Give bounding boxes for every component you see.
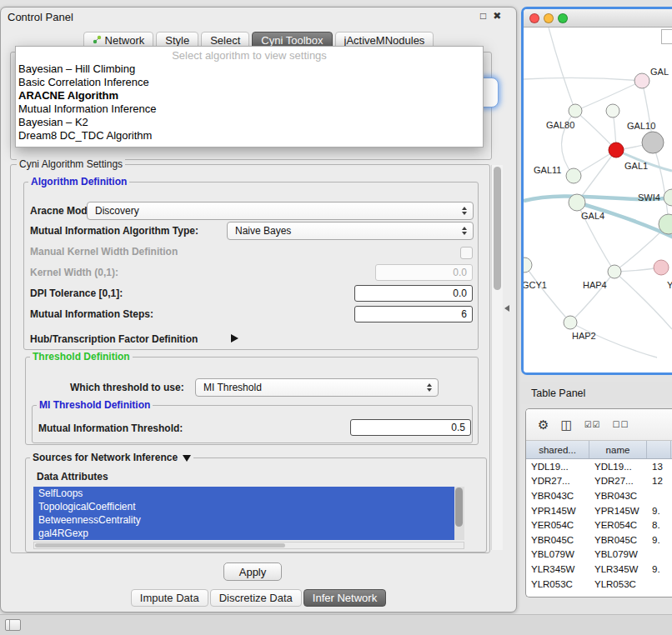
minimized-panel-icon[interactable]: [5, 619, 21, 631]
mi-threshold-field[interactable]: 0.5: [350, 419, 471, 436]
network-node-y-pink[interactable]: [654, 260, 669, 275]
tab-discretize-data[interactable]: Discretize Data: [210, 589, 302, 607]
tab-label: Infer Network: [313, 592, 377, 604]
tab-infer-network[interactable]: Infer Network: [303, 589, 386, 607]
cyni-settings-group-title: Cyni Algorithm Settings: [17, 158, 125, 170]
table-row[interactable]: YBR043CYBR043C: [526, 488, 672, 503]
network-window-titlebar[interactable]: [524, 9, 672, 28]
mi-threshold-label: Mutual Information Threshold:: [38, 422, 183, 434]
table-cell: YLR345W: [589, 564, 647, 574]
table-row[interactable]: YBL079WYBL079W: [526, 548, 672, 562]
tab-impute-data[interactable]: Impute Data: [131, 589, 208, 607]
algorithm-option-dream8-dc-tdc-algorithm[interactable]: Dream8 DC_TDC Algorithm: [16, 129, 483, 142]
tab-label: Impute Data: [140, 592, 199, 604]
tab-label: Network: [105, 34, 145, 47]
network-node-mid-low[interactable]: [608, 265, 621, 278]
attribute-item-betweennesscentrality[interactable]: BetweennessCentrality: [33, 513, 454, 527]
scrollbar-thumb[interactable]: [455, 488, 463, 527]
manual-kernel-width-checkbox[interactable]: [460, 247, 473, 259]
network-node-gal11[interactable]: [566, 168, 581, 183]
float-button[interactable]: □: [480, 10, 486, 22]
expand-arrow-icon[interactable]: [231, 334, 238, 342]
traffic-light-close[interactable]: [529, 13, 539, 23]
window-title: Control Panel: [8, 11, 73, 23]
network-edge: [653, 142, 669, 224]
table-cell: YPR145W: [589, 506, 647, 516]
network-window: GAL80GALGAL10GAL1GAL11SWI4GAL4GCY1HAP4YH…: [521, 7, 672, 375]
network-icon: [93, 34, 102, 47]
status-strip: [0, 614, 672, 635]
sources-section-title[interactable]: Sources for Network Inference: [30, 452, 193, 463]
network-node-hap2[interactable]: [564, 316, 577, 329]
panel-splitter-arrow-icon[interactable]: [504, 305, 509, 312]
network-node-gal1[interactable]: [609, 142, 624, 158]
mi-steps-field[interactable]: 6: [354, 306, 473, 322]
algorithm-option-mutual-information-inference[interactable]: Mutual Information Inference: [16, 102, 483, 116]
collapse-arrow-icon[interactable]: [183, 455, 191, 462]
table-row[interactable]: YDL19...YDL19...13: [526, 459, 672, 474]
attribute-item-selfloops[interactable]: SelfLoops: [33, 487, 454, 500]
table-cell: YLR053C: [589, 579, 647, 589]
attribute-item-topologicalcoefficient[interactable]: TopologicalCoefficient: [33, 500, 454, 513]
which-threshold-combobox[interactable]: MI Threshold: [195, 378, 439, 397]
traffic-light-minimize[interactable]: [544, 13, 554, 23]
select-all-icon[interactable]: ☑☑: [584, 421, 601, 429]
table-cell: 8.: [647, 520, 671, 530]
hub-section-label[interactable]: Hub/Transcription Factor Definition: [30, 333, 198, 345]
network-node-gal80[interactable]: [569, 104, 582, 118]
deselect-all-icon[interactable]: ☐☐: [613, 421, 629, 429]
mi-algorithm-type-label: Mutual Information Algorithm Type:: [30, 225, 198, 237]
network-node-gcy1[interactable]: [524, 258, 532, 272]
network-node-label: SWI4: [638, 192, 660, 202]
table-cell: YBL079W: [589, 549, 647, 559]
kernel-width-field[interactable]: 0.0: [375, 264, 473, 281]
data-attributes-list[interactable]: SelfLoopsTopologicalCoefficientBetweenne…: [33, 487, 464, 540]
network-node-label: GAL11: [534, 165, 561, 175]
column-header-2[interactable]: [647, 441, 671, 458]
table-row[interactable]: YPR145WYPR145W9.: [526, 503, 672, 518]
table-row[interactable]: YLR053CYLR053C: [526, 577, 672, 592]
dpi-tolerance-field[interactable]: 0.0: [354, 285, 473, 302]
algorithm-option-aracne-algorithm[interactable]: ARACNE Algorithm: [16, 89, 483, 102]
table-row[interactable]: YLR345WYLR345W9.: [526, 562, 672, 577]
table-cell: YDR27...: [526, 476, 589, 486]
threshold-definition-title: Threshold Definition: [30, 351, 133, 362]
aracne-mode-combobox[interactable]: Discovery: [87, 202, 474, 220]
column-header-name[interactable]: name: [589, 441, 647, 458]
mi-algorithm-type-value: Naive Bayes: [235, 225, 291, 237]
scrollbar-thumb[interactable]: [35, 543, 285, 548]
desktop: Control Panel □✖ NetworkStyleSelectCyni …: [0, 0, 672, 635]
network-node-gal10[interactable]: [642, 132, 664, 153]
table-cell: 12: [647, 476, 671, 486]
kernel-width-value: 0.0: [453, 267, 467, 278]
attributes-vertical-scrollbar[interactable]: [454, 487, 464, 540]
apply-button[interactable]: Apply: [223, 562, 282, 581]
mi-algorithm-type-combobox[interactable]: Naive Bayes: [227, 222, 474, 240]
table-cell: YER054C: [589, 520, 647, 530]
traffic-light-zoom[interactable]: [558, 13, 568, 23]
table-row[interactable]: YER054CYER054C8.: [526, 518, 672, 532]
columns-icon[interactable]: ◫: [560, 418, 572, 431]
network-node-gal4[interactable]: [569, 194, 585, 211]
scrollbar-thumb[interactable]: [494, 167, 501, 290]
table-header-row: shared...name: [526, 441, 672, 459]
attributes-horizontal-scrollbar[interactable]: [33, 542, 464, 549]
kernel-width-label: Kernel Width (0,1):: [30, 267, 118, 278]
settings-icon[interactable]: ⚙: [538, 418, 549, 431]
table-cell: 9.: [647, 564, 671, 574]
settings-scrollbar[interactable]: [491, 165, 503, 550]
algorithm-option-bayesian-k2[interactable]: Bayesian – K2: [16, 116, 483, 129]
table-row[interactable]: YBR045CYBR045C9.: [526, 532, 672, 548]
which-threshold-value: MI Threshold: [203, 382, 262, 393]
table-row[interactable]: YDR27...YDR27...12: [526, 474, 672, 489]
column-header-shared[interactable]: shared...: [526, 441, 589, 458]
bottom-tab-bar: Impute DataDiscretize DataInfer Network: [0, 589, 517, 607]
algorithm-option-bayesian-hill-climbing[interactable]: Bayesian – Hill Climbing: [16, 62, 483, 76]
algorithm-option-basic-correlation-inference[interactable]: Basic Correlation Inference: [16, 76, 483, 89]
network-canvas[interactable]: GAL80GALGAL10GAL1GAL11SWI4GAL4GCY1HAP4YH…: [524, 28, 672, 372]
attribute-item-gal4rgexp[interactable]: gal4RGexp: [33, 527, 454, 540]
close-button[interactable]: ✖: [493, 10, 501, 22]
network-node-top-pink[interactable]: [634, 73, 649, 88]
network-node-mid-pale[interactable]: [606, 104, 619, 118]
dpi-tolerance-value: 0.0: [453, 288, 467, 299]
